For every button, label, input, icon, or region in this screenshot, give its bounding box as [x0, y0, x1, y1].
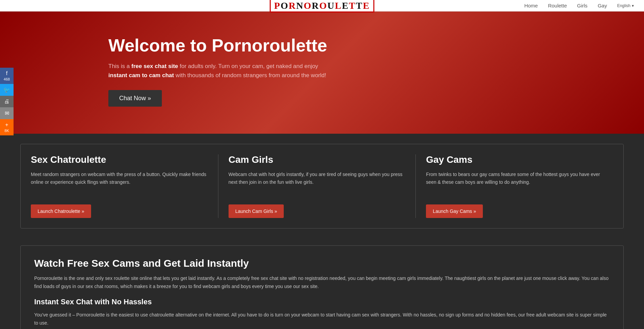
- twitter-icon: 🐦: [3, 87, 10, 93]
- print-button[interactable]: 🖨: [0, 96, 14, 107]
- card-gaycams-desc: From twinks to bears our gay cams featur…: [426, 171, 603, 198]
- hero-title: Welcome to Pornoroulette: [108, 35, 536, 56]
- cards-container: Sex Chatroulette Meet random strangers o…: [20, 144, 624, 228]
- facebook-button[interactable]: f 468: [0, 68, 14, 84]
- share-icon: +: [5, 122, 8, 128]
- card-gaycams: Gay Cams From twinks to bears our gay ca…: [416, 154, 613, 218]
- print-icon: 🖨: [4, 98, 9, 105]
- chat-now-button[interactable]: Chat Now »: [108, 90, 162, 107]
- card-chatroulette-title: Sex Chatroulette: [31, 154, 208, 165]
- logo-text: PORNOROULETTE: [270, 0, 374, 13]
- content-main-title: Watch Free Sex Cams and Get Laid Instant…: [34, 258, 610, 269]
- email-icon: ✉: [5, 110, 9, 116]
- content-main-desc: Pornoroulette is the one and only sex ro…: [34, 275, 610, 291]
- card-camgirls-title: Cam Girls: [229, 154, 406, 165]
- launch-camgirls-button[interactable]: Launch Cam Girls »: [229, 204, 284, 218]
- nav-girls[interactable]: Girls: [577, 3, 587, 8]
- card-chatroulette-desc: Meet random strangers on webcam with the…: [31, 171, 208, 198]
- nav-links: Home Roulette Girls Gay English ▾: [524, 3, 634, 8]
- nav-home[interactable]: Home: [524, 3, 538, 8]
- content-box: Watch Free Sex Cams and Get Laid Instant…: [20, 245, 624, 329]
- language-label: English: [617, 3, 630, 8]
- social-sidebar: f 468 🐦 🖨 ✉ + 8K: [0, 68, 14, 135]
- hero-bold2: instant cam to cam chat: [108, 72, 174, 79]
- dropdown-arrow-icon: ▾: [632, 3, 634, 8]
- share-count: 8K: [4, 129, 9, 133]
- content-section: Watch Free Sex Cams and Get Laid Instant…: [0, 239, 644, 329]
- launch-chatroulette-button[interactable]: Launch Chatroulette »: [31, 204, 91, 218]
- card-camgirls: Cam Girls Webcam chat with hot girls ins…: [218, 154, 416, 218]
- nav-roulette[interactable]: Roulette: [548, 3, 567, 8]
- facebook-icon: f: [6, 70, 7, 76]
- facebook-count: 468: [4, 77, 10, 81]
- content-subtitle-desc: You've guessed it – Pornoroulette is the…: [34, 311, 610, 327]
- email-button[interactable]: ✉: [0, 107, 14, 119]
- navbar: PORNOROULETTE Home Roulette Girls Gay En…: [0, 0, 644, 12]
- hero-section: Welcome to Pornoroulette This is a free …: [0, 12, 644, 134]
- language-dropdown[interactable]: English ▾: [617, 3, 634, 8]
- content-subtitle: Instant Sex Chat with No Hassles: [34, 298, 610, 306]
- site-logo[interactable]: PORNOROULETTE: [270, 0, 374, 11]
- card-chatroulette: Sex Chatroulette Meet random strangers o…: [31, 154, 218, 218]
- card-gaycams-title: Gay Cams: [426, 154, 603, 165]
- card-camgirls-desc: Webcam chat with hot girls instantly, if…: [229, 171, 406, 198]
- launch-gaycams-button[interactable]: Launch Gay Cams »: [426, 204, 483, 218]
- cards-section: Sex Chatroulette Meet random strangers o…: [0, 134, 644, 239]
- hero-description: This is a free sex chat site for adults …: [108, 62, 339, 80]
- nav-gay[interactable]: Gay: [598, 3, 607, 8]
- twitter-button[interactable]: 🐦: [0, 84, 14, 96]
- hero-bold1: free sex chat site: [131, 63, 178, 69]
- share-button[interactable]: + 8K: [0, 119, 14, 135]
